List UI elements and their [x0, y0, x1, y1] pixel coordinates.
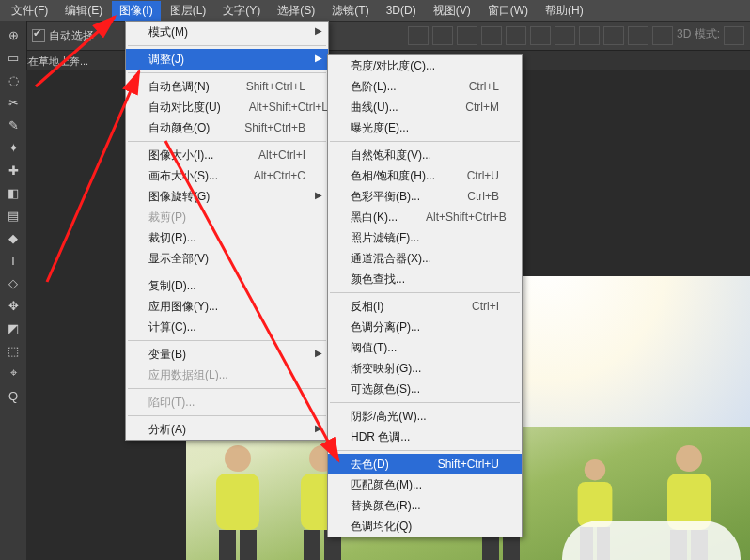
menu-row[interactable]: HDR 色调...	[328, 427, 522, 447]
menu-row-label: 颜色查找...	[351, 272, 405, 288]
tool-icon[interactable]: ▭	[5, 49, 22, 66]
menu-row[interactable]: 图像大小(I)...Alt+Ctrl+I	[126, 145, 328, 165]
menu-row[interactable]: 去色(D)Shift+Ctrl+U	[328, 454, 522, 474]
menu-item[interactable]: 文件(F)	[4, 1, 55, 21]
menu-row[interactable]: 变量(B)▶	[126, 344, 328, 365]
menu-row[interactable]: 裁切(R)...	[126, 227, 328, 248]
align-icon[interactable]	[408, 26, 429, 45]
align-icon[interactable]	[555, 26, 575, 45]
menu-separator	[128, 141, 326, 142]
menu-row[interactable]: 色相/饱和度(H)...Ctrl+U	[328, 165, 522, 186]
align-icons-group: 3D 模式:	[408, 26, 744, 45]
menu-row[interactable]: 替换颜色(R)...	[328, 495, 522, 516]
menu-row[interactable]: 匹配颜色(M)...	[328, 474, 522, 495]
align-icon[interactable]	[652, 26, 673, 45]
align-icon[interactable]	[579, 26, 600, 45]
menu-item[interactable]: 编辑(E)	[57, 1, 110, 21]
tool-icon[interactable]: ✂	[5, 94, 22, 111]
menu-row[interactable]: 曝光度(E)...	[328, 117, 522, 138]
menu-row[interactable]: 阴影/高光(W)...	[328, 406, 522, 427]
align-icon[interactable]	[506, 26, 526, 45]
menu-row-label: 显示全部(V)	[148, 251, 209, 267]
menu-item[interactable]: 滤镜(T)	[324, 1, 376, 21]
submenu-arrow-icon: ▶	[315, 190, 322, 200]
menu-row[interactable]: 分析(A)▶	[126, 419, 328, 440]
menu-shortcut: Alt+Ctrl+C	[226, 169, 305, 182]
menu-row[interactable]: 亮度/对比度(C)...	[328, 55, 522, 76]
tool-icon[interactable]: T	[5, 252, 22, 269]
tool-icon[interactable]: ◆	[5, 229, 22, 246]
menu-row[interactable]: 复制(D)...	[126, 275, 328, 296]
menu-separator	[128, 415, 326, 416]
tool-icon[interactable]: Q	[5, 387, 22, 404]
menu-item[interactable]: 文字(Y)	[215, 1, 268, 21]
menu-separator	[330, 141, 520, 142]
menu-row[interactable]: 自动色调(N)Shift+Ctrl+L	[126, 76, 328, 97]
adjustments-submenu: 亮度/对比度(C)...色阶(L)...Ctrl+L曲线(U)...Ctrl+M…	[327, 54, 523, 537]
tool-icon[interactable]: ◌	[5, 71, 22, 88]
menu-row-label: 分析(A)	[148, 422, 186, 438]
menu-row[interactable]: 阈值(T)...	[328, 337, 522, 358]
menu-row-label: 复制(D)...	[148, 278, 196, 294]
menu-row[interactable]: 调整(J)▶	[126, 49, 328, 70]
menu-row[interactable]: 显示全部(V)	[126, 248, 328, 269]
menu-row-label: 照片滤镜(F)...	[351, 230, 419, 246]
menu-item[interactable]: 窗口(W)	[480, 1, 536, 21]
menu-row-label: 曲线(U)...	[351, 100, 398, 116]
menu-row[interactable]: 可选颜色(S)...	[328, 379, 522, 399]
menu-row[interactable]: 照片滤镜(F)...	[328, 227, 522, 248]
tool-icon[interactable]: ⬚	[5, 342, 22, 359]
tool-icon[interactable]: ◧	[5, 184, 22, 201]
tool-icon[interactable]: ✚	[5, 162, 22, 179]
menu-row[interactable]: 自然饱和度(V)...	[328, 145, 522, 165]
menu-row[interactable]: 反相(I)Ctrl+I	[328, 296, 522, 317]
tool-icon[interactable]: ⌖	[5, 365, 22, 381]
menu-row-label: 色彩平衡(B)...	[351, 189, 420, 205]
menu-item[interactable]: 3D(D)	[379, 2, 424, 19]
tool-icon[interactable]: ⊕	[5, 26, 22, 43]
menubar: 文件(F)编辑(E)图像(I)图层(L)文字(Y)选择(S)滤镜(T)3D(D)…	[0, 0, 750, 22]
menu-row[interactable]: 自动对比度(U)Alt+Shift+Ctrl+L	[126, 97, 328, 117]
menu-item[interactable]: 选择(S)	[270, 1, 322, 21]
auto-select-checkbox[interactable]: 自动选择	[32, 28, 94, 44]
menu-row[interactable]: 曲线(U)...Ctrl+M	[328, 97, 522, 117]
menu-row[interactable]: 通道混合器(X)...	[328, 248, 522, 269]
submenu-arrow-icon: ▶	[315, 25, 322, 36]
menu-row[interactable]: 图像旋转(G)▶	[126, 186, 328, 207]
menu-separator	[128, 388, 326, 389]
menu-row[interactable]: 色调分离(P)...	[328, 317, 522, 337]
tool-icon[interactable]: ✦	[5, 139, 22, 156]
menu-row[interactable]: 应用图像(Y)...	[126, 296, 328, 317]
menu-row[interactable]: 颜色查找...	[328, 269, 522, 289]
align-icon[interactable]	[432, 26, 453, 45]
tool-icon[interactable]: ◇	[5, 274, 22, 291]
menu-row[interactable]: 模式(M)▶	[126, 22, 328, 42]
menu-shortcut: Alt+Ctrl+I	[230, 148, 305, 162]
menu-item[interactable]: 帮助(H)	[538, 1, 591, 21]
tool-icon[interactable]: ✥	[5, 297, 22, 314]
menu-row[interactable]: 自动颜色(O)Shift+Ctrl+B	[126, 117, 328, 138]
tool-icon[interactable]: ◩	[5, 319, 22, 336]
menu-item[interactable]: 视图(V)	[426, 1, 478, 21]
menu-row-label: 裁剪(P)	[148, 210, 186, 226]
mode-3d-icon[interactable]	[724, 26, 744, 45]
align-icon[interactable]	[457, 26, 477, 45]
tool-icon[interactable]: ✎	[5, 117, 22, 133]
menu-shortcut: Ctrl+L	[441, 80, 499, 93]
align-icon[interactable]	[530, 26, 551, 45]
menu-row[interactable]: 色彩平衡(B)...Ctrl+B	[328, 186, 522, 207]
align-icon[interactable]	[481, 26, 502, 45]
menu-row[interactable]: 画布大小(S)...Alt+Ctrl+C	[126, 165, 328, 186]
menu-row[interactable]: 黑白(K)...Alt+Shift+Ctrl+B	[328, 207, 522, 227]
menu-row-label: 陷印(T)...	[148, 395, 195, 411]
menu-row[interactable]: 色调均化(Q)	[328, 516, 522, 537]
menu-row[interactable]: 色阶(L)...Ctrl+L	[328, 76, 522, 97]
tool-icon[interactable]: ▤	[5, 207, 22, 224]
menu-row[interactable]: 渐变映射(G)...	[328, 358, 522, 379]
menu-row[interactable]: 计算(C)...	[126, 317, 328, 337]
menu-row-label: 变量(B)	[148, 347, 186, 363]
align-icon[interactable]	[603, 26, 624, 45]
align-icon[interactable]	[628, 26, 648, 45]
menu-item[interactable]: 图像(I)	[112, 1, 160, 21]
menu-item[interactable]: 图层(L)	[163, 1, 214, 21]
